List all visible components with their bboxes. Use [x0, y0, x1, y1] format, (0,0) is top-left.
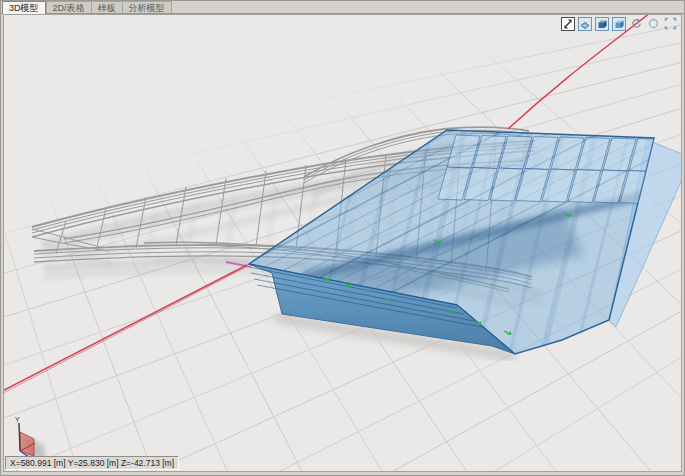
view-tab-bar: 3D模型 2D/表格 样板 分析模型 [1, 1, 684, 14]
axis-y-label: Y [15, 416, 20, 423]
tab-template[interactable]: 样板 [91, 1, 122, 13]
tab-2d-tables[interactable]: 2D/表格 [46, 1, 91, 13]
fullscreen-icon[interactable] [663, 17, 677, 31]
orbit-view-icon[interactable] [646, 17, 660, 31]
top-view-icon[interactable] [578, 17, 592, 31]
iso-view-icon[interactable] [612, 17, 626, 31]
view-toolbar [561, 16, 677, 31]
tab-3d-model[interactable]: 3D模型 [2, 1, 46, 14]
coordinate-text: X=580.991 [m] Y=25.830 [m] Z=-42.713 [m] [10, 458, 174, 468]
tab-analysis-model[interactable]: 分析模型 [122, 1, 172, 13]
fit-view-icon[interactable] [561, 17, 575, 31]
viewport-3d[interactable]: Y Z [3, 14, 682, 472]
shaded-view-icon[interactable] [595, 17, 609, 31]
coordinate-readout: X=580.991 [m] Y=25.830 [m] Z=-42.713 [m] [5, 456, 179, 470]
rotate-view-icon[interactable] [629, 17, 643, 31]
scene-canvas: Y Z [4, 15, 682, 472]
app-window: 3D模型 2D/表格 样板 分析模型 [0, 0, 685, 476]
bridge-deck-solid [104, 15, 682, 441]
